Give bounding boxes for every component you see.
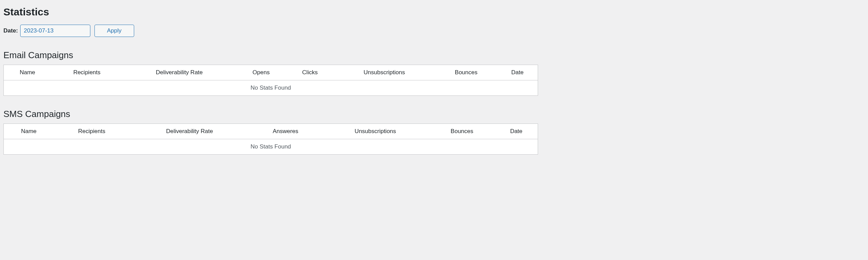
date-input[interactable] xyxy=(20,25,90,37)
date-label: Date: xyxy=(3,27,18,34)
column-date: Date xyxy=(495,124,538,139)
table-header-row: Name Recipients Deliverability Rate Open… xyxy=(4,65,538,80)
column-opens: Opens xyxy=(236,65,286,80)
sms-campaigns-heading: SMS Campaigns xyxy=(3,109,538,119)
sms-campaigns-table: Name Recipients Deliverability Rate Answ… xyxy=(3,124,538,155)
column-deliverability: Deliverability Rate xyxy=(123,65,236,80)
column-clicks: Clicks xyxy=(286,65,334,80)
table-empty-row: No Stats Found xyxy=(4,80,538,96)
email-campaigns-heading: Email Campaigns xyxy=(3,50,538,61)
empty-message: No Stats Found xyxy=(4,80,538,96)
column-answeres: Answeres xyxy=(250,124,322,139)
column-name: Name xyxy=(4,124,54,139)
column-recipients: Recipients xyxy=(51,65,123,80)
apply-button[interactable]: Apply xyxy=(94,25,135,37)
column-deliverability: Deliverability Rate xyxy=(130,124,250,139)
empty-message: No Stats Found xyxy=(4,139,538,155)
column-name: Name xyxy=(4,65,51,80)
column-recipients: Recipients xyxy=(54,124,129,139)
column-bounces: Bounces xyxy=(435,65,497,80)
date-filter-row: Date: Apply xyxy=(3,25,538,37)
page-title: Statistics xyxy=(3,6,538,18)
column-unsubscriptions: Unsubscriptions xyxy=(322,124,429,139)
column-date: Date xyxy=(497,65,538,80)
table-header-row: Name Recipients Deliverability Rate Answ… xyxy=(4,124,538,139)
column-bounces: Bounces xyxy=(429,124,495,139)
email-campaigns-table: Name Recipients Deliverability Rate Open… xyxy=(3,65,538,96)
column-unsubscriptions: Unsubscriptions xyxy=(333,65,435,80)
table-empty-row: No Stats Found xyxy=(4,139,538,155)
